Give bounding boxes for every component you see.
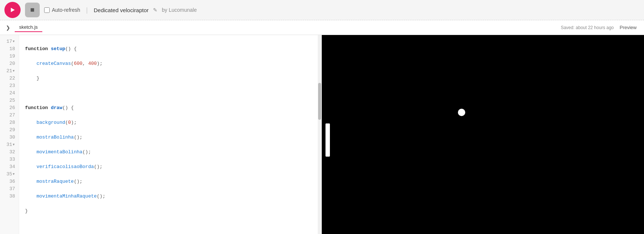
preview-ball xyxy=(458,109,465,116)
preview-pane xyxy=(322,35,644,234)
code-line: movimentaMinhaRaquete(); xyxy=(25,193,312,200)
scrollbar[interactable] xyxy=(318,35,321,234)
sketch-title: Dedicated velociraptor xyxy=(94,7,149,13)
preview-paddle xyxy=(325,123,330,157)
code-line: verificacolisaoBorda(); xyxy=(25,163,312,171)
code-line: function draw() { xyxy=(25,104,312,112)
code-line: mostraRaquete(); xyxy=(25,178,312,185)
code-content[interactable]: function setup() { createCanvas(600, 400… xyxy=(19,35,318,234)
code-line: } xyxy=(25,207,312,215)
code-line: function setup() { xyxy=(25,45,312,53)
editor-area: ❯ sketch.js Saved: about 22 hours ago Pr… xyxy=(0,20,644,234)
code-pane: 17▾ 18 19 20 21▾ 22 23 24 25 26 27 28 29… xyxy=(0,35,322,234)
separator: | xyxy=(86,6,88,14)
svg-marker-0 xyxy=(11,8,15,12)
scrollbar-thumb[interactable] xyxy=(318,83,321,120)
by-user-label: by Lucomunale xyxy=(162,7,197,13)
toolbar: Auto-refresh | Dedicated velociraptor ✎ … xyxy=(0,0,644,20)
play-button[interactable] xyxy=(4,2,21,18)
code-line: mostraBolinha(); xyxy=(25,134,312,141)
auto-refresh-checkbox[interactable] xyxy=(44,7,50,13)
stop-button[interactable] xyxy=(25,3,40,17)
line-numbers: 17▾ 18 19 20 21▾ 22 23 24 25 26 27 28 29… xyxy=(0,35,19,234)
code-line xyxy=(25,90,312,97)
code-line: background(0); xyxy=(25,119,312,126)
auto-refresh-label: Auto-refresh xyxy=(44,7,80,13)
saved-status: Saved: about 22 hours ago xyxy=(561,25,614,30)
sketch-js-tab[interactable]: sketch.js xyxy=(15,23,42,32)
tab-bar: ❯ sketch.js Saved: about 22 hours ago Pr… xyxy=(0,20,644,35)
code-line: } xyxy=(25,75,312,82)
svg-rect-1 xyxy=(31,8,34,11)
code-line: movimentaBolinha(); xyxy=(25,149,312,156)
tab-arrow[interactable]: ❯ xyxy=(3,22,13,33)
auto-refresh-text: Auto-refresh xyxy=(52,7,80,13)
code-body: 17▾ 18 19 20 21▾ 22 23 24 25 26 27 28 29… xyxy=(0,35,321,234)
code-line xyxy=(25,222,312,230)
code-line: createCanvas(600, 400); xyxy=(25,60,312,67)
preview-tab: Preview xyxy=(615,23,641,32)
edit-icon[interactable]: ✎ xyxy=(153,7,157,13)
